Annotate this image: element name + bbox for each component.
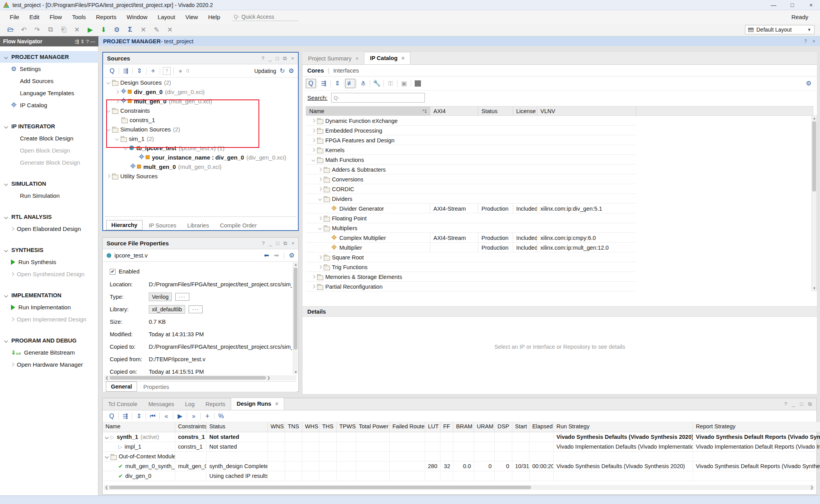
source-tree-item[interactable]: Simulation Sources (2) (103, 124, 298, 134)
subtab-interfaces[interactable]: Interfaces (333, 67, 359, 74)
source-tree-item[interactable]: sim_1 (2) (103, 134, 298, 143)
sfp-window-icons[interactable]: ?_□⧉× (262, 240, 294, 247)
source-tree-item[interactable]: Design Sources (2) (103, 78, 298, 87)
gear-icon[interactable]: ⚙ (289, 252, 294, 259)
quick-access-input[interactable] (241, 14, 292, 20)
column-header-status[interactable]: Status (207, 422, 268, 432)
vertical-scrollbar[interactable]: ▲ ▼ (293, 262, 298, 374)
design-run-row[interactable]: ✔div_gen_0Using cached IP results (103, 471, 820, 481)
chevron-right-icon[interactable] (115, 90, 119, 94)
ip-catalog-row[interactable]: Floating Point (306, 213, 636, 223)
scroll-right-icon[interactable]: ❯ (266, 376, 271, 380)
panel-window-icon[interactable]: × (291, 240, 294, 247)
group-by-icon[interactable]: ⫚ (357, 80, 369, 87)
field-value-box[interactable]: xil_defaultlib (149, 305, 185, 314)
column-header-total-power[interactable]: Total Power (356, 422, 390, 432)
flow-section-header[interactable]: PROJECT MANAGER (0, 51, 98, 63)
column-header-lut[interactable]: LUT (425, 422, 440, 432)
search-icon[interactable]: Q (106, 413, 118, 420)
run-icon[interactable]: ▶ (84, 26, 97, 34)
ip-catalog-row[interactable]: Conversions (306, 174, 636, 184)
ip-catalog-row[interactable]: Memories & Storage Elements (306, 272, 636, 282)
flow-navigator-header-icons[interactable]: ⇶ ⇕ ? — (75, 39, 95, 44)
flow-nav-item-run-implementation[interactable]: Run Implementation (0, 301, 98, 313)
chevron-down-icon[interactable] (105, 454, 109, 458)
flow-section-header[interactable]: PROGRAM AND DEBUG (0, 335, 98, 346)
tab-reports[interactable]: Reports (200, 398, 231, 410)
column-header-bram[interactable]: BRAM (453, 422, 474, 432)
tab-project-summary[interactable]: Project Summary× (303, 53, 364, 64)
panel-window-icon[interactable]: × (291, 55, 294, 62)
panel-window-icon[interactable]: _ (792, 401, 795, 407)
generate-bitstream-icon[interactable]: ⬇ (97, 26, 110, 34)
prev-run-icon[interactable]: « (160, 413, 172, 420)
source-tree-item[interactable]: constrs_1 (103, 115, 298, 124)
browse-dots-button[interactable]: ··· (175, 293, 189, 301)
source-tree-item[interactable]: Constraints (103, 106, 298, 115)
menu-edit[interactable]: Edit (24, 14, 45, 20)
panel-window-icon[interactable]: ⧉ (283, 55, 287, 62)
sources-tab-hierarchy[interactable]: Hierarchy (106, 220, 143, 230)
flow-nav-item-run-synthesis[interactable]: Run Synthesis (0, 256, 98, 268)
ip-catalog-row[interactable]: Adders & Subtracters (306, 165, 636, 174)
chevron-down-icon[interactable] (4, 55, 8, 59)
flow-nav-item-settings[interactable]: ⚙Settings (0, 63, 98, 75)
maximize-button[interactable]: □ (783, 0, 801, 10)
paste-icon[interactable]: ⎗ (57, 26, 70, 34)
flow-nav-item-open-elaborated-design[interactable]: Open Elaborated Design (0, 223, 98, 235)
sources-tab-libraries[interactable]: Libraries (183, 221, 214, 230)
sfp-tab-properties[interactable]: Properties (139, 382, 174, 392)
flow-section-header[interactable]: IMPLEMENTATION (0, 289, 98, 301)
chevron-down-icon[interactable] (318, 226, 322, 230)
ip-catalog-row[interactable]: Square Root (306, 252, 636, 262)
scroll-right-icon[interactable]: ❯ (809, 485, 815, 490)
close-icon[interactable]: × (275, 401, 278, 407)
ip-catalog-row[interactable]: Math Functions (306, 155, 636, 165)
delete-icon[interactable]: ✕ (70, 26, 84, 34)
panel-window-icon[interactable]: □ (800, 401, 803, 407)
flow-nav-item-open-block-design[interactable]: Open Block Design (0, 144, 98, 156)
sources-tab-ip-sources[interactable]: IP Sources (144, 221, 181, 230)
flow-nav-item-open-hardware-manager[interactable]: Open Hardware Manager (0, 358, 98, 371)
menu-help[interactable]: Help (203, 14, 225, 20)
back-arrow-icon[interactable]: ⬅ (264, 252, 269, 259)
chevron-right-icon[interactable] (318, 168, 322, 172)
results-window-icons[interactable]: ?_□⧉ (784, 401, 816, 407)
collapse-all-icon[interactable]: ⇶ (120, 67, 132, 75)
design-run-row[interactable]: Out-of-Context Module Runs (103, 452, 820, 461)
gear-icon[interactable]: ⚙ (806, 80, 817, 87)
chevron-down-icon[interactable] (4, 293, 8, 297)
column-header-name[interactable]: Name (103, 422, 175, 432)
undo-icon[interactable]: ↶ (17, 26, 30, 34)
flow-section-header[interactable]: SYNTHESIS (0, 244, 98, 256)
column-header-elapsed[interactable]: Elapsed (529, 422, 554, 432)
settings-gear-icon[interactable]: ⚙ (110, 26, 123, 34)
ip-catalog-row[interactable]: Trig Functions (306, 262, 636, 272)
column-header-failed-routes[interactable]: Failed Routes (390, 422, 425, 432)
add-sources-icon[interactable]: + (147, 67, 159, 75)
menu-flow[interactable]: Flow (45, 14, 67, 20)
chevron-down-icon[interactable] (4, 124, 8, 128)
chevron-right-icon[interactable] (11, 272, 14, 276)
chevron-down-icon[interactable] (318, 197, 322, 201)
ip-catalog-row[interactable]: Dividers (306, 194, 636, 204)
scrollbar-thumb[interactable] (294, 268, 298, 350)
chevron-down-icon[interactable] (124, 146, 128, 150)
column-header-whs[interactable]: WHS (302, 422, 319, 432)
chevron-down-icon[interactable] (107, 108, 111, 112)
column-header-run-strategy[interactable]: Run Strategy (554, 422, 693, 432)
gear-icon[interactable]: ⚙ (289, 67, 294, 75)
chevron-right-icon[interactable] (115, 99, 119, 103)
ip-catalog-row[interactable]: Divider GeneratorAXI4-StreamProductionIn… (306, 204, 636, 213)
column-header-name[interactable]: Name^1 (306, 106, 430, 115)
chevron-down-icon[interactable] (107, 127, 111, 131)
ip-catalog-row[interactable]: Multipliers (306, 223, 636, 233)
source-tree-item[interactable]: Utility Sources (103, 171, 298, 181)
scroll-up-icon[interactable]: ▲ (812, 116, 817, 120)
layout-selector[interactable]: Default Layout ▼ (745, 25, 815, 34)
tab-messages[interactable]: Messages (143, 398, 180, 410)
scrollbar-thumb[interactable] (812, 121, 816, 192)
chevron-right-icon[interactable] (11, 227, 14, 231)
tab-tcl-console[interactable]: Tcl Console (103, 398, 143, 410)
flow-nav-item-ip-catalog[interactable]: IP Catalog (0, 99, 98, 111)
